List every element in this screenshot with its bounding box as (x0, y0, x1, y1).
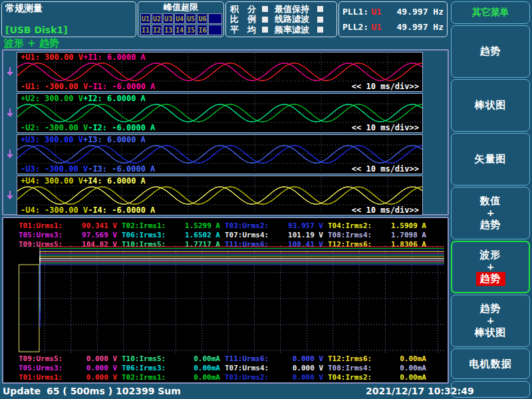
toggle-row: 积 分最值保持 (230, 5, 332, 14)
current-range-label: -I4: -6.0000 A (88, 205, 155, 215)
voltage-range-label: +U1: 300.00 V (21, 53, 83, 62)
peak-cell-u1: U1 (140, 13, 151, 24)
voltage-waveform (17, 146, 422, 163)
trend-item-name: T02:Irms1: (122, 221, 166, 230)
peak-overlimit-title: 峰值超限 (138, 2, 223, 13)
pll-source: U1 (371, 22, 382, 32)
current-range-label: -I2: -6.0000 A (88, 123, 155, 132)
toggle-label: 线路滤波 (275, 15, 317, 24)
sidebar-item-numeric-trend[interactable]: 数值+趋势 (451, 187, 530, 239)
channel-bottom-label: -U3: -300.00 V-I3: -6.0000 A (21, 164, 155, 174)
update-label: Update (3, 386, 41, 396)
pll-frequency: 49.997 Hz (397, 7, 444, 17)
toggle-label: 积 分 (230, 5, 262, 14)
pll-frequency: 49.997 Hz (397, 22, 444, 32)
checkbox-icon[interactable] (262, 27, 268, 33)
trend-trace (40, 263, 444, 312)
zero-marker-arrow-icon (6, 150, 14, 159)
voltage-waveform (17, 187, 422, 204)
trend-item-name: T04:Irms2: (328, 373, 372, 382)
current-range-label: -I1: -6.0000 A (88, 82, 155, 91)
trend-item-value: 0.00mA (194, 354, 220, 363)
trend-legend-item: T08:Irms4:1.7098 A (328, 231, 426, 239)
trend-legend-item: T03:Urms2:0.000 V (225, 373, 323, 382)
channel-bottom-label: -U2: -300.00 V-I2: -6.0000 A (21, 123, 155, 132)
current-range-label: +I2: 6.0000 A (83, 94, 146, 103)
peak-cell-u3: U3 (163, 13, 174, 24)
channel-bottom-label: -U1: -300.00 V-I1: -6.0000 A (21, 82, 155, 91)
trend-trace (40, 265, 444, 319)
trend-legend-item: T04:Irms2:1.5909 A (328, 221, 426, 230)
sidebar-item-bar-chart[interactable]: 棒状图 (451, 79, 530, 132)
trend-item-name: T02:Irms1: (122, 373, 166, 382)
trend-item-value: 0.000 V (293, 354, 323, 363)
current-range-label: +I3: 6.0000 A (83, 135, 146, 144)
trend-item-value: 0.000 V (86, 373, 117, 382)
peak-overlimit-grid: U1U2U3U4U5U6I1I2I3I4I5I6 (138, 13, 223, 35)
toggle-row: 平 均频率滤波 (230, 25, 332, 35)
plus-icon: + (487, 316, 495, 326)
trend-legend-item: T01:Urms1:0.000 V (19, 373, 117, 382)
sidebar-item-waveform-trend[interactable]: 波形+趋势 (451, 241, 530, 293)
sidebar-item-trend-barchart[interactable]: 趋势+棒状图 (451, 295, 530, 347)
voltage-range-label: -U2: -300.00 V (21, 123, 88, 132)
voltage-range-label: -U3: -300.00 V (21, 164, 88, 174)
toggle-label: 最值保持 (275, 5, 317, 14)
trend-legend-item: T05:Urms3:0.000 V (19, 364, 117, 372)
time-per-div-label: << 10 ms/div>> (352, 123, 419, 132)
pll-label: PLL1: (342, 7, 368, 17)
voltage-range-label: +U2: 300.00 V (21, 94, 83, 103)
zero-marker-arrow-icon (6, 191, 14, 200)
trend-item-name: T01:Urms1: (19, 373, 63, 382)
trend-item-name: T07:Urms4: (225, 231, 269, 239)
trend-item-value: 97.569 V (82, 231, 117, 239)
trend-item-name: T06:Irms3: (122, 231, 166, 239)
menu-item-label: 趋势 (480, 218, 501, 232)
trend-legend-item: T05:Urms3:97.569 V (19, 231, 117, 239)
trend-legend-item: T07:Urms4:101.19 V (225, 231, 323, 239)
trend-trace (40, 262, 444, 305)
trend-legend-item: T12:Irms6:0.00mA (328, 354, 426, 363)
menu-item-label: 矢量图 (475, 152, 507, 166)
trend-item-name: T12:Irms6: (328, 354, 372, 363)
trend-item-value: 1.7098 A (391, 231, 426, 239)
checkbox-icon[interactable] (262, 6, 268, 12)
sidebar-menu-title[interactable]: 其它菜单 (451, 1, 530, 24)
pll-row: PLL1:U149.997 Hz (339, 7, 447, 17)
trend-item-name: T06:Irms3: (122, 364, 166, 372)
sidebar-item-trend[interactable]: 趋势 (451, 25, 530, 78)
voltage-range-label: -U4: -300.00 V (21, 205, 88, 215)
toggle-label: 比 例 (230, 15, 262, 24)
checkbox-icon[interactable] (317, 17, 323, 23)
channel-top-label: +U2: 300.00 V+I2: 6.0000 A (21, 94, 146, 103)
menu-item-label: 趋势 (480, 45, 501, 59)
sidebar-item-motor-data[interactable]: 电机数据 (451, 348, 530, 379)
peak-cell-i2: I2 (152, 25, 162, 35)
channel-top-label: +U4: 300.00 V+I4: 6.0000 A (21, 176, 146, 186)
sidebar-item-vector-diagram[interactable]: 矢量图 (451, 133, 530, 186)
voltage-waveform (17, 104, 422, 122)
trend-legend-item: T11:Urms6:0.000 V (225, 354, 323, 363)
sidebar-menu: 其它菜单 趋势棒状图矢量图数值+趋势波形+趋势趋势+棒状图电机数据 (451, 0, 531, 399)
trend-item-name: T05:Urms3: (19, 364, 63, 372)
measure-toggles-panel: 积 分最值保持比 例线路滤波平 均频率滤波 (225, 1, 337, 37)
pll-row: PLL2:U149.997 Hz (339, 22, 447, 32)
checkbox-icon[interactable] (317, 6, 323, 12)
toggle-row: 比 例线路滤波 (230, 15, 332, 24)
peak-cell-i4: I4 (174, 25, 185, 35)
mode-label: 常规测量 (5, 3, 43, 15)
peak-cell-i3: I3 (163, 25, 174, 35)
trend-item-value: 0.000 V (293, 373, 323, 382)
trend-legend-item: T06:Irms3:0.00mA (122, 364, 220, 372)
pll-label: PLL2: (342, 22, 368, 32)
menu-item-label: 趋势 (480, 302, 501, 316)
peak-row: U1U2U3U4U5U6 (140, 13, 222, 24)
trend-item-name: T03:Urms2: (225, 221, 269, 230)
trend-item-name: T05:Urms3: (19, 231, 63, 239)
checkbox-icon[interactable] (317, 27, 323, 33)
trend-item-value: 101.19 V (288, 231, 323, 239)
peak-cell-u5: U5 (186, 13, 196, 24)
checkbox-icon[interactable] (262, 17, 268, 23)
trend-legend-item: T01:Urms1:90.341 V (19, 221, 117, 230)
peak-overlimit-panel: 峰值超限 U1U2U3U4U5U6I1I2I3I4I5I6 (138, 1, 224, 37)
